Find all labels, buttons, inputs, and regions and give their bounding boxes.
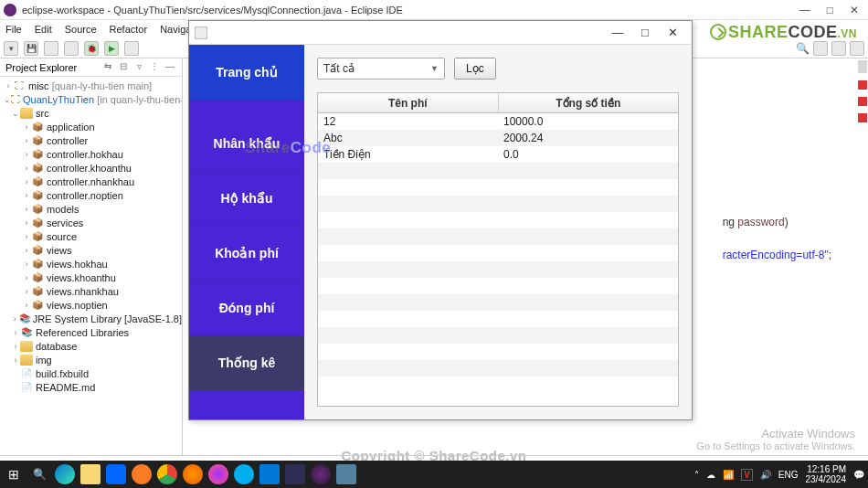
package-icon: 📦 [31, 135, 44, 146]
tree[interactable]: ›⛶misc [quan-ly-thu-tien main] ⌄⛶QuanLyT… [0, 77, 182, 396]
tray-clock[interactable]: 12:16 PM 23/4/2024 [806, 464, 847, 484]
firefox-icon[interactable] [183, 464, 203, 484]
tray-app-icon[interactable]: V [741, 469, 753, 481]
vscode-icon[interactable] [259, 464, 280, 484]
window-close[interactable]: ✕ [850, 4, 859, 16]
collapse-all-icon[interactable]: ⊟ [117, 61, 130, 74]
explorer-title: Project Explorer [5, 62, 99, 73]
undo-icon[interactable] [64, 41, 79, 56]
xampp-icon[interactable] [132, 464, 152, 484]
chrome-icon[interactable] [157, 464, 177, 484]
project-icon: ⛶ [13, 80, 26, 91]
filter-combo[interactable]: Tất cả ▼ [317, 58, 445, 80]
system-tray[interactable]: ˄ ☁ 📶 V 🔊 ENG 12:16 PM 23/4/2024 💬 [694, 464, 864, 484]
tray-sound-icon[interactable]: 🔊 [760, 470, 771, 480]
package-icon: 📦 [31, 163, 44, 174]
menu-edit[interactable]: Edit [35, 24, 52, 35]
edge-icon[interactable] [55, 464, 75, 484]
overview-ruler [857, 58, 868, 455]
tray-chevron-icon[interactable]: ˄ [694, 470, 699, 480]
tray-wifi-icon[interactable]: 📶 [723, 470, 734, 480]
menu-source[interactable]: Source [65, 24, 97, 35]
table-row[interactable]: Abc2000.24 [318, 130, 678, 146]
folder-icon [20, 355, 33, 366]
brand-logo: SHARECODE.VN [710, 21, 857, 42]
messenger-icon[interactable] [208, 464, 228, 484]
nav-khoan-phi[interactable]: Khoản phí [189, 226, 304, 281]
zalo-icon[interactable] [106, 464, 126, 484]
file-icon: 📄 [20, 382, 33, 393]
col-tong-so-tien[interactable]: Tổng số tiền [499, 93, 679, 112]
nav-nhan-khau[interactable]: Nhân khẩu [189, 116, 304, 171]
dialog-icon [195, 27, 207, 39]
quick-access-icon[interactable]: 🔍 [796, 42, 810, 55]
src-folder-icon [20, 108, 33, 119]
table-body[interactable]: 1210000.0 Abc2000.24 Tiền Điện0.0 [318, 113, 678, 406]
ext-tools-icon[interactable] [124, 41, 139, 56]
run-icon[interactable]: ▶ [104, 41, 119, 56]
window-minimize[interactable]: — [799, 4, 810, 16]
table-row[interactable]: 1210000.0 [318, 113, 678, 130]
window-maximize[interactable]: □ [827, 4, 833, 16]
persp-java-icon[interactable] [813, 41, 828, 56]
error-marker [858, 80, 867, 90]
persp-debug-icon[interactable] [831, 41, 846, 56]
activate-windows: Activate Windows Go to Settings to activ… [696, 427, 855, 451]
search-icon[interactable]: 🔍 [29, 464, 49, 484]
filter-icon[interactable]: ▿ [132, 61, 145, 74]
nav-dong-phi[interactable]: Đóng phí [189, 281, 304, 335]
package-icon: 📦 [31, 204, 44, 215]
start-icon[interactable]: ⊞ [4, 464, 24, 484]
error-marker [858, 97, 867, 106]
app-icon[interactable] [285, 464, 305, 484]
dialog-minimize[interactable]: — [604, 26, 631, 39]
menu-file[interactable]: File [5, 24, 22, 35]
package-icon: 📦 [31, 300, 44, 311]
nav-ho-khau[interactable]: Hộ khẩu [189, 171, 304, 226]
minimize-view-icon[interactable]: — [164, 61, 176, 74]
dialog-maximize[interactable]: □ [631, 26, 659, 39]
package-icon: 📦 [31, 217, 44, 228]
file-explorer-icon[interactable] [80, 464, 101, 484]
nav-thong-ke[interactable]: Thống kê [189, 335, 304, 390]
debug-icon[interactable]: 🐞 [84, 41, 99, 56]
fee-table: Tên phí Tổng số tiền 1210000.0 Abc2000.2… [317, 92, 679, 407]
eclipse-taskbar-icon[interactable] [311, 464, 331, 484]
skype-icon[interactable] [234, 464, 254, 484]
menu-refactor[interactable]: Refactor [110, 24, 148, 35]
project-icon: ⛶ [11, 94, 20, 105]
code-snippet: ng password) racterEncoding=utf-8"; [723, 214, 831, 263]
package-icon: 📦 [31, 176, 44, 187]
save-icon[interactable]: 💾 [24, 41, 38, 56]
view-menu-icon[interactable]: ⋮ [148, 61, 161, 74]
package-icon: 📦 [31, 190, 44, 201]
dialog-close[interactable]: ✕ [659, 26, 686, 39]
ruler-top [858, 60, 867, 73]
brand-icon [710, 24, 726, 40]
tray-notifications-icon[interactable]: 💬 [853, 470, 864, 480]
jre-icon: 📚 [19, 313, 30, 324]
nav-trang-chu[interactable]: Trang chủ [189, 45, 304, 100]
reflib-icon: 📚 [20, 327, 33, 338]
tray-cloud-icon[interactable]: ☁ [706, 470, 715, 480]
package-icon: 📦 [31, 272, 44, 283]
dialog-titlebar: — □ ✕ [189, 21, 692, 45]
project-explorer: Project Explorer ⇆ ⊟ ▿ ⋮ — ›⛶misc [quan-… [0, 58, 183, 455]
persp-other-icon[interactable] [850, 41, 864, 56]
saveall-icon[interactable] [44, 41, 58, 56]
package-icon: 📦 [31, 259, 44, 270]
file-icon: 📄 [20, 368, 33, 379]
tray-lang[interactable]: ENG [778, 470, 799, 480]
package-icon: 📦 [31, 122, 44, 133]
filter-button[interactable]: Lọc [454, 58, 496, 80]
folder-icon [20, 341, 33, 352]
table-row[interactable]: Tiền Điện0.0 [318, 146, 678, 163]
package-icon: 📦 [31, 149, 44, 160]
java-icon[interactable] [336, 464, 356, 484]
new-icon[interactable]: ▾ [4, 41, 18, 56]
link-editor-icon[interactable]: ⇆ [101, 61, 114, 74]
col-ten-phi[interactable]: Tên phí [318, 93, 499, 112]
dialog-content: Tất cả ▼ Lọc Tên phí Tổng số tiền 121000… [304, 45, 692, 419]
title-bar: eclipse-workspace - QuanLyThuTien/src/se… [0, 0, 868, 20]
side-nav: Trang chủ Nhân khẩu Hộ khẩu Khoản phí Đó… [189, 45, 304, 419]
